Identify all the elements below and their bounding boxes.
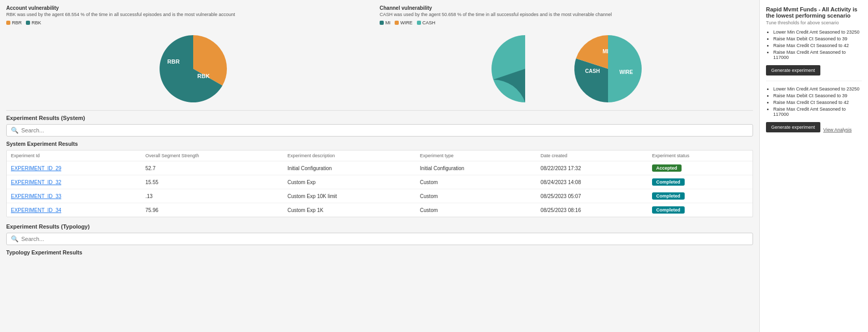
legend-dot-cash [417,21,421,25]
legend-label-cash: CASH [423,20,436,25]
cell-description: Custom Exp 10K limit [283,189,416,203]
col-type: Experiment type [416,150,537,161]
account-vulnerability-subtitle: RBK was used by the agent 68.554 % of th… [6,12,380,17]
account-pie-container: RBR RBK [6,27,380,110]
legend-dot-mi [380,21,384,25]
status-badge: Completed [652,206,685,214]
cell-type: Custom [416,203,537,217]
cell-description: Initial Configuration [283,161,416,175]
legend-label-mi: MI [385,20,390,25]
cell-type: Initial Configuration [416,161,537,175]
experiment-id-link[interactable]: EXPERIMENT_ID_33 [11,193,61,199]
cell-description: Custom Exp [283,175,416,189]
account-vulnerability-section: Account vulnerability RBK was used by th… [6,5,380,110]
pie-label-mi-2: MI [602,49,608,54]
channel-pie-chart-2: CASH MI WIRE [567,27,649,110]
status-badge: Completed [652,178,685,186]
generate-experiment-button-1[interactable]: Generate experiment [766,65,820,76]
account-vulnerability-title: Account vulnerability [6,5,380,11]
typology-search-bar[interactable]: 🔍 [6,233,753,245]
channel-vulnerability-legend: MI WIRE CASH [380,20,753,25]
cell-strength: 75.96 [141,203,283,217]
table-row: EXPERIMENT_ID_34 75.96 Custom Exp 1K Cus… [7,203,753,217]
system-experiments-section: Experiment Results (System) 🔍 System Exp… [6,115,753,217]
system-experiments-title: Experiment Results (System) [6,115,753,121]
typology-subsection-title: Typology Experiment Results [6,249,753,255]
status-badge: Completed [652,192,685,200]
system-subsection-title: System Experiment Results [6,141,753,147]
recommendation-item: Raise Max Debit Ct Seasoned to 39 [773,36,862,41]
cell-strength: 15.55 [141,175,283,189]
legend-dot-wire [395,21,399,25]
cell-status: Completed [648,203,753,217]
legend-item-rbr: RBR [6,20,22,25]
cell-status: Completed [648,189,753,203]
cell-date: 08/25/2023 05:07 [537,189,648,203]
legend-item-mi: MI [380,20,390,25]
cell-description: Custom Exp 1K [283,203,416,217]
typology-search-input[interactable] [21,236,748,242]
recommendations-list-1: Lower Min Credit Amt Seasoned to 23250Ra… [766,29,862,60]
channel-vulnerability-subtitle: CASH was used by the agent 50.658 % of t… [380,12,753,17]
legend-label-rbk: RBK [32,20,41,25]
cell-status: Accepted [648,161,753,175]
legend-item-wire: WIRE [395,20,413,25]
table-header-row: Experiment Id Overall Segment Strength E… [7,150,753,161]
pie-label-rbr: RBR [167,58,180,65]
status-badge: Accepted [652,164,682,172]
col-date: Date created [537,150,648,161]
col-strength: Overall Segment Strength [141,150,283,161]
system-experiments-table-wrap: Experiment Id Overall Segment Strength E… [6,150,753,217]
typology-experiments-section: Experiment Results (Typology) 🔍 Typology… [6,223,753,255]
legend-label-wire: WIRE [400,20,413,25]
system-experiments-table: Experiment Id Overall Segment Strength E… [7,150,753,217]
view-analysis-link[interactable]: View Analysis [823,127,852,132]
typology-experiments-title: Experiment Results (Typology) [6,223,753,230]
channel-pie-container: CASH MI WIRE [380,27,753,110]
col-description: Experiment description [283,150,416,161]
experiment-id-link[interactable]: EXPERIMENT_ID_29 [11,165,61,171]
pie-label-cash-2: CASH [585,68,599,74]
cell-strength: 52.7 [141,161,283,175]
experiment-id-link[interactable]: EXPERIMENT_ID_34 [11,207,61,213]
channel-pie-chart [484,27,567,110]
cell-type: Custom [416,175,537,189]
system-search-icon: 🔍 [11,127,19,134]
table-row: EXPERIMENT_ID_29 52.7 Initial Configurat… [7,161,753,175]
recommendations-list-2: Lower Min Credit Amt Seasoned to 23250Ra… [766,86,862,117]
table-row: EXPERIMENT_ID_33 .13 Custom Exp 10K limi… [7,189,753,203]
button-row: Generate experiment View Analysis [766,122,862,138]
cell-id: EXPERIMENT_ID_33 [7,189,141,203]
generate-experiment-button-2[interactable]: Generate experiment [766,122,820,132]
recommendation-item: Lower Min Credit Amt Seasoned to 23250 [773,86,862,92]
scenario-title: Rapid Mvmt Funds - All Activity is the l… [766,6,862,19]
pie-slice-cash-2 [608,35,642,102]
experiment-id-link[interactable]: EXPERIMENT_ID_32 [11,179,61,185]
recommendation-item: Lower Min Credit Amt Seasoned to 23250 [773,29,862,35]
system-search-input[interactable] [21,127,748,133]
pie-label-wire-2: WIRE [619,69,632,75]
legend-dot-rbk [26,21,30,25]
table-row: EXPERIMENT_ID_32 15.55 Custom Exp Custom… [7,175,753,189]
legend-item-rbk: RBK [26,20,41,25]
legend-label-rbr: RBR [12,20,22,25]
cell-type: Custom [416,189,537,203]
cell-strength: .13 [141,189,283,203]
pie-label-rbk: RBK [197,73,210,79]
recommendation-item: Raise Max Debit Ct Seasoned to 39 [773,93,862,98]
cell-id: EXPERIMENT_ID_34 [7,203,141,217]
channel-vulnerability-section: Channel vulnerability CASH was used by t… [380,5,753,110]
typology-search-icon: 🔍 [11,235,19,243]
cell-status: Completed [648,175,753,189]
system-table-body: EXPERIMENT_ID_29 52.7 Initial Configurat… [7,161,753,217]
cell-date: 08/22/2023 17:32 [537,161,648,175]
col-status: Experiment status [648,150,753,161]
scenario-subtitle: Tune thresholds for above scenario [766,20,862,25]
panel-divider [766,81,862,81]
account-vulnerability-legend: RBR RBK [6,20,380,25]
col-experiment-id: Experiment Id [7,150,141,161]
legend-dot-rbr [6,21,10,25]
system-search-bar[interactable]: 🔍 [6,124,753,137]
cell-id: EXPERIMENT_ID_32 [7,175,141,189]
recommendation-item: Raise Max Credit Amt Seasoned to 117000 [773,107,862,117]
